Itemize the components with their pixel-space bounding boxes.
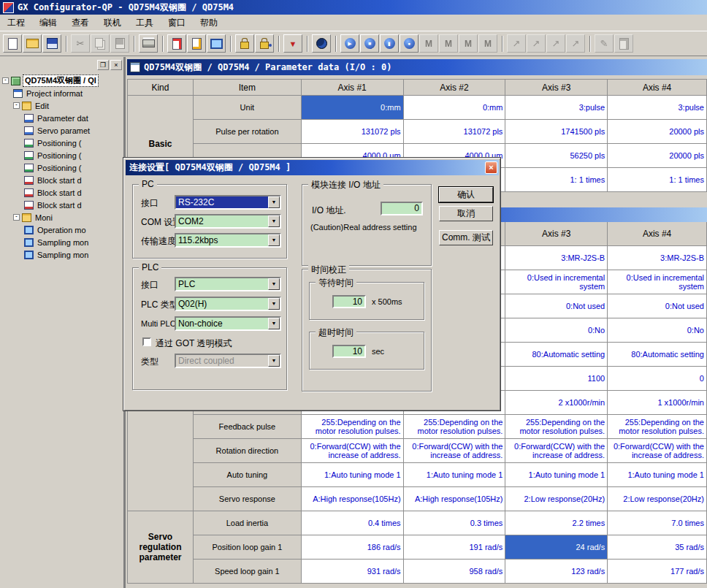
baud-rate-combo[interactable]: 115.2kbps ▼ [175, 233, 281, 248]
value-cell[interactable]: 131072 pls [302, 120, 404, 144]
value-cell[interactable]: 255:Depending on the motor resolution pu… [302, 415, 404, 439]
value-cell[interactable]: 80:Automatic setting [505, 343, 608, 367]
value-cell[interactable]: 177 rad/s [608, 560, 707, 584]
value-cell[interactable]: 1741500 pls [505, 120, 608, 144]
value-cell[interactable]: 0:Not used [608, 294, 707, 318]
monitor-pause-button[interactable]: ▮ [380, 34, 399, 53]
multi-plc-combo[interactable]: Non-choice ▼ [175, 316, 281, 331]
value-cell[interactable]: 20000 pls [608, 144, 707, 168]
comm-test-button[interactable]: Comm. 测试 [439, 230, 493, 245]
tree-item-5[interactable]: Positioning ( [0, 137, 123, 149]
chevron-down-icon[interactable]: ▼ [268, 318, 280, 329]
menu-item-1[interactable]: 编辑 [32, 15, 64, 31]
value-cell[interactable]: 56250 pls [505, 144, 608, 168]
m-code-3-button[interactable]: M [459, 34, 478, 53]
timeout-field[interactable]: 10 [332, 345, 366, 358]
dialog-close-button[interactable]: × [485, 161, 497, 174]
value-cell[interactable]: A:High response(105Hz) [302, 487, 404, 511]
got-transparent-checkbox[interactable] [142, 337, 151, 346]
plc-interface-combo[interactable]: PLC ▼ [175, 277, 281, 291]
value-cell[interactable]: 0:mm [404, 96, 506, 120]
cut-button[interactable]: ✂ [71, 34, 90, 53]
wait-time-field[interactable]: 10 [332, 295, 366, 308]
chevron-down-icon[interactable]: ▼ [268, 298, 280, 310]
value-cell[interactable]: 2:Low response(20Hz) [505, 487, 608, 511]
tree-item-4[interactable]: Servo paramet [0, 124, 123, 137]
value-cell[interactable]: 1: 1 times [608, 168, 707, 192]
value-cell[interactable]: 0:Forward(CCW) with the increase of addr… [505, 439, 608, 463]
value-cell[interactable]: 123 rad/s [505, 560, 608, 584]
m-code-4-button[interactable]: M [478, 34, 497, 53]
value-cell[interactable]: 0:mm [302, 96, 404, 120]
value-cell[interactable]: 3:pulse [505, 96, 608, 120]
value-cell[interactable]: 255:Depending on the motor resolution pu… [404, 415, 506, 439]
value-cell[interactable]: 2.2 times [505, 511, 608, 535]
value-cell[interactable]: 0:No [505, 318, 608, 343]
tree-item-1[interactable]: Project informat [0, 87, 123, 99]
value-cell[interactable]: 0:Not used [505, 294, 608, 318]
ok-button[interactable]: 确认 [439, 187, 493, 202]
unlock-button[interactable] [255, 34, 274, 53]
menu-item-3[interactable]: 联机 [96, 15, 129, 31]
chevron-down-icon[interactable]: ▼ [268, 234, 280, 246]
tool-1-button[interactable]: ↗ [507, 34, 526, 53]
module-read-button[interactable] [207, 34, 226, 53]
value-cell[interactable]: 1:Auto tuning mode 1 [404, 463, 506, 487]
value-cell[interactable]: 80:Automatic setting [608, 343, 707, 367]
tree-item-3[interactable]: Parameter dat [0, 112, 123, 124]
value-cell[interactable]: 3:MR-J2S-B [608, 246, 707, 270]
save-project-button[interactable] [42, 34, 61, 53]
value-cell[interactable]: 958 rad/s [404, 560, 506, 584]
download-button[interactable]: ▼ [283, 34, 302, 53]
plc-type-combo[interactable]: Q02(H) ▼ [175, 297, 281, 311]
chevron-down-icon[interactable]: ▼ [268, 196, 280, 208]
value-cell[interactable]: 3:pulse [608, 96, 707, 120]
pc-interface-combo[interactable]: RS-232C ▼ [175, 195, 281, 210]
value-cell[interactable]: 0.4 times [302, 511, 404, 535]
value-cell[interactable]: 191 rad/s [404, 535, 506, 560]
value-cell[interactable]: 24 rad/s [505, 535, 608, 560]
value-cell[interactable]: 1:Auto tuning mode 1 [608, 463, 707, 487]
value-cell[interactable]: 0 [608, 367, 707, 391]
tree-item-9[interactable]: Block start d [0, 186, 123, 199]
value-cell[interactable]: 0:No [608, 318, 707, 343]
tree-item-13[interactable]: Sampling mon [0, 236, 123, 248]
tree-item-7[interactable]: Positioning ( [0, 161, 123, 174]
value-cell[interactable]: 0:Forward(CCW) with the increase of addr… [302, 439, 404, 463]
com-setting-combo[interactable]: COM2 ▼ [175, 214, 281, 229]
menu-item-6[interactable]: 帮助 [193, 15, 225, 31]
chevron-down-icon[interactable]: ▼ [268, 215, 280, 227]
menu-item-5[interactable]: 窗口 [161, 15, 193, 31]
m-code-1-button[interactable]: M [419, 34, 438, 53]
online-button[interactable] [312, 34, 331, 53]
tree-item-10[interactable]: Block start d [0, 199, 123, 211]
value-cell[interactable]: 131072 pls [404, 120, 506, 144]
value-cell[interactable]: 20000 pls [608, 120, 707, 144]
io-address-field[interactable]: 0 [381, 202, 423, 215]
m-code-2-button[interactable]: M [439, 34, 458, 53]
menu-item-4[interactable]: 工具 [129, 15, 161, 31]
panel-close-button[interactable]: × [110, 60, 122, 70]
menu-item-2[interactable]: 查看 [64, 15, 96, 31]
tree-item-6[interactable]: Positioning ( [0, 149, 123, 161]
value-cell[interactable]: 7.0 times [608, 511, 707, 535]
value-cell[interactable]: 3:MR-J2S-B [505, 246, 608, 270]
value-cell[interactable]: 2 x1000r/min [505, 391, 608, 415]
value-cell[interactable]: 35 rad/s [608, 535, 707, 560]
value-cell[interactable]: 0:Used in incremental system [608, 270, 707, 294]
expand-icon[interactable]: - [13, 214, 20, 221]
monitor-start-button[interactable]: ▶ [340, 34, 359, 53]
edit-tool-button[interactable]: ✎ [595, 34, 614, 53]
paste-button[interactable] [110, 34, 129, 53]
value-cell[interactable]: 2:Low response(20Hz) [608, 487, 707, 511]
value-cell[interactable]: 255:Depending on the motor resolution pu… [608, 415, 707, 439]
panel-pin-button[interactable]: ❐ [97, 60, 109, 70]
menu-item-0[interactable]: 工程 [0, 15, 32, 31]
value-cell[interactable]: 1: 1 times [505, 168, 608, 192]
tool-2-button[interactable]: ↗ [527, 34, 546, 53]
copy-button[interactable] [91, 34, 110, 53]
verify-module-button[interactable] [187, 34, 206, 53]
tree-item-11[interactable]: -Moni [0, 211, 123, 224]
monitor-stop-button[interactable]: ■ [360, 34, 379, 53]
tree-item-14[interactable]: Sampling mon [0, 248, 123, 261]
